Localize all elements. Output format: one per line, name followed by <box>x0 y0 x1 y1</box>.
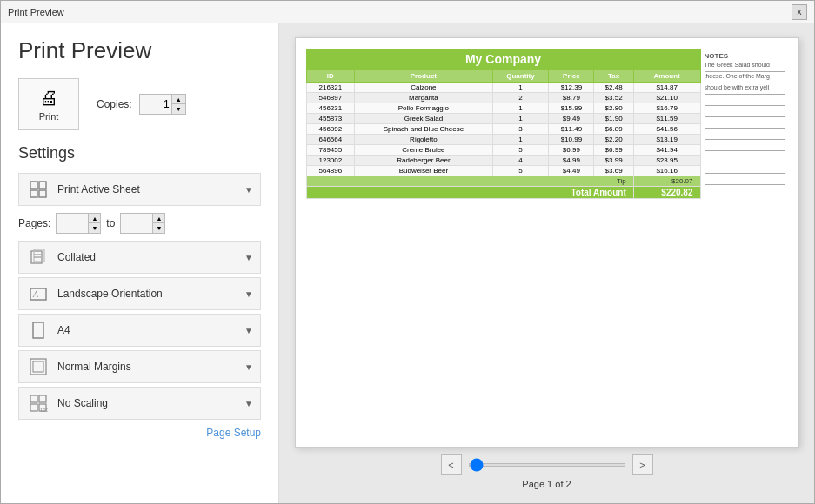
col-amount: Amount <box>633 70 700 83</box>
pages-to-up[interactable]: ▲ <box>152 214 164 223</box>
col-product: Product <box>355 70 492 83</box>
orientation-dropdown[interactable]: A Landscape Orientation ▼ <box>18 277 261 310</box>
right-panel: My Company ID Product Quantity Price Tax <box>279 23 814 503</box>
table-cell: Radeberger Beer <box>355 156 492 166</box>
print-sheet-dropdown[interactable]: Print Active Sheet ▼ <box>18 173 261 206</box>
print-sheet-label: Print Active Sheet <box>57 183 244 196</box>
settings-title: Settings <box>18 144 261 162</box>
page-slider[interactable] <box>469 463 625 467</box>
print-button[interactable]: 🖨 Print <box>18 78 79 130</box>
table-cell: $6.89 <box>594 124 633 135</box>
total-value: $220.82 <box>633 187 700 199</box>
pages-from-spinner[interactable]: ▲ ▼ <box>56 213 101 234</box>
notes-blank-line-1 <box>705 129 785 140</box>
col-tax: Tax <box>594 70 633 83</box>
paper-dropdown[interactable]: A4 ▼ <box>18 314 261 347</box>
close-button[interactable]: x <box>792 4 807 20</box>
copies-input[interactable] <box>140 95 171 114</box>
table-cell: $11.59 <box>633 114 700 124</box>
navigation-bar: < > <box>293 454 800 475</box>
table-row: 456231Pollo Formaggio1$15.99$2.80$16.79 <box>306 103 700 114</box>
scaling-dropdown-arrow: ▼ <box>244 399 253 408</box>
table-cell: $3.99 <box>594 156 633 166</box>
left-panel: Print Preview 🖨 Print Copies: ▲ ▼ <box>1 23 279 503</box>
table-header-row: ID Product Quantity Price Tax Amount <box>306 70 700 83</box>
table-cell: $14.87 <box>633 83 700 93</box>
table-cell: $6.99 <box>549 145 594 156</box>
tip-value: $20.07 <box>633 176 700 187</box>
table-cell: 1 <box>492 103 549 114</box>
sheet-icon <box>26 177 50 202</box>
col-id: ID <box>306 70 355 83</box>
table-cell: 5 <box>492 166 549 176</box>
table-row: 455873Greek Salad1$9.49$1.90$11.59 <box>306 114 700 124</box>
notes-blank-line-4 <box>705 163 785 174</box>
table-cell: $4.49 <box>549 166 594 176</box>
orientation-dropdown-arrow: ▼ <box>244 289 253 299</box>
table-cell: $12.39 <box>549 83 594 93</box>
table-cell: Creme Brulee <box>355 145 492 156</box>
table-cell: $8.79 <box>549 93 594 103</box>
table-cell: 456892 <box>306 124 355 135</box>
table-cell: $16.16 <box>633 166 700 176</box>
table-cell: $9.49 <box>549 114 594 124</box>
tip-label: Tip <box>306 176 633 187</box>
col-price: Price <box>549 70 594 83</box>
table-row: 564896Budweiser Beer5$4.49$3.69$16.16 <box>306 166 700 176</box>
table-cell: 646564 <box>306 135 355 145</box>
table-cell: $16.79 <box>633 103 700 114</box>
next-page-button[interactable]: > <box>632 454 653 475</box>
table-cell: 216321 <box>306 83 355 93</box>
table-cell: $3.69 <box>594 166 633 176</box>
margins-dropdown-arrow: ▼ <box>244 362 253 372</box>
copies-row: Copies: ▲ ▼ <box>97 94 186 115</box>
copies-down-button[interactable]: ▼ <box>171 104 185 114</box>
pages-to-input[interactable] <box>121 214 152 233</box>
paper-label: A4 <box>57 324 244 336</box>
sheet-dropdown-arrow: ▼ <box>244 185 253 195</box>
printer-icon: 🖨 <box>39 87 58 109</box>
col-quantity: Quantity <box>492 70 549 83</box>
table-cell: 546897 <box>306 93 355 103</box>
copies-up-button[interactable]: ▲ <box>171 95 185 104</box>
table-cell: 564896 <box>306 166 355 176</box>
prev-page-button[interactable]: < <box>441 454 462 475</box>
table-cell: $13.19 <box>633 135 700 145</box>
paper-dropdown-arrow: ▼ <box>244 326 253 335</box>
title-bar: Print Preview x <box>1 1 814 23</box>
page-setup-link[interactable]: Page Setup <box>18 427 261 439</box>
pages-from-down[interactable]: ▼ <box>88 223 100 233</box>
title-bar-text: Print Preview <box>8 7 64 17</box>
table-cell: $10.99 <box>549 135 594 145</box>
total-label: Total Amount <box>306 187 633 199</box>
notes-blank-line-2 <box>705 141 785 151</box>
svg-rect-14 <box>39 395 46 402</box>
copies-label: Copies: <box>97 98 132 110</box>
pages-to-spinner[interactable]: ▲ ▼ <box>120 213 165 234</box>
collated-dropdown[interactable]: Collated ▼ <box>18 241 261 274</box>
page-indicator: Page 1 of 2 <box>522 479 571 489</box>
table-cell: 1 <box>492 114 549 124</box>
scaling-dropdown[interactable]: 100 No Scaling ▼ <box>18 387 261 420</box>
notes-blank-line-5 <box>705 175 785 185</box>
table-cell: $2.48 <box>594 83 633 93</box>
notes-lines: The Greek Salad shouldtheese. One of the… <box>705 62 785 185</box>
notes-label: NOTES <box>705 52 785 60</box>
margins-dropdown[interactable]: Normal Margins ▼ <box>18 350 261 383</box>
table-cell: $6.99 <box>594 145 633 156</box>
pages-to-down[interactable]: ▼ <box>152 223 164 233</box>
table-row: 456892Spinach and Blue Cheese3$11.49$6.8… <box>306 124 700 135</box>
total-row: Total Amount $220.82 <box>306 187 700 199</box>
svg-rect-1 <box>39 182 46 189</box>
pages-from-up[interactable]: ▲ <box>88 214 100 223</box>
notes-line-2: should be with extra yell <box>705 84 785 95</box>
pages-from-input[interactable] <box>57 214 88 233</box>
table-cell: Margarita <box>355 93 492 103</box>
page-title: Print Preview <box>18 37 261 64</box>
table-row: 123002Radeberger Beer4$4.99$3.99$23.95 <box>306 156 700 166</box>
pages-to-label: to <box>106 217 115 229</box>
copies-stepper[interactable]: ▲ ▼ <box>139 94 186 115</box>
table-cell: 1 <box>492 135 549 145</box>
table-cell: Budweiser Beer <box>355 166 492 176</box>
table-cell: $15.99 <box>549 103 594 114</box>
